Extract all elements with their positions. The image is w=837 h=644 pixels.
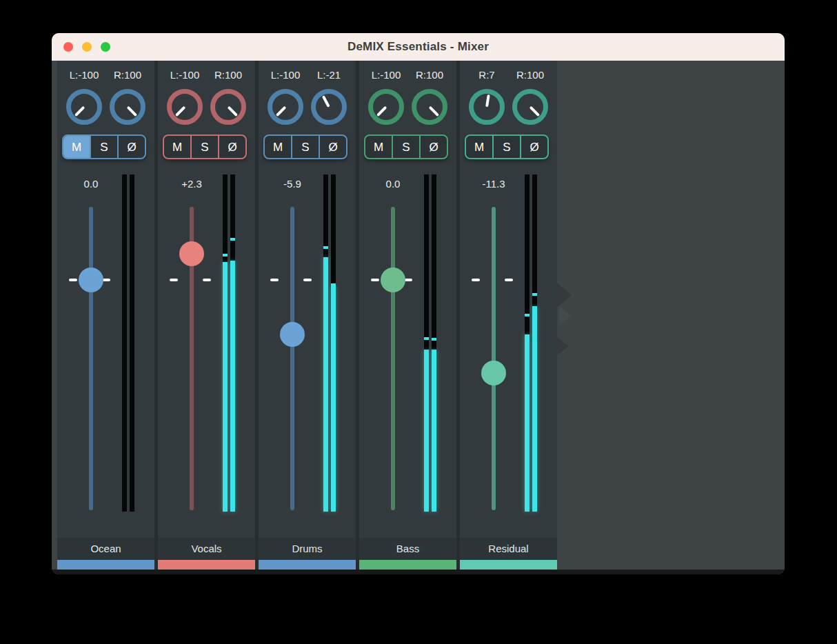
fader-track[interactable] — [290, 207, 294, 510]
meter-fill — [230, 261, 235, 512]
knob-pointer-icon — [175, 106, 186, 117]
solo-button[interactable]: S — [392, 136, 419, 158]
pan-knob-left-value: R:7 — [469, 69, 505, 81]
pan-knob-right-value: R:100 — [110, 69, 145, 81]
meter-peak-indicator — [525, 314, 530, 316]
level-meter-right — [331, 174, 336, 512]
level-meter-left — [323, 174, 328, 512]
unity-gain-tick-right — [203, 279, 211, 281]
solo-button[interactable]: S — [492, 136, 520, 158]
pan-knob-right[interactable] — [110, 89, 145, 125]
mute-button[interactable]: M — [164, 136, 190, 158]
fader-db-value: 0.0 — [57, 178, 125, 190]
knob-pointer-icon — [485, 94, 490, 107]
mixer-content: L:-100 R:100 M S Ø 0.0 — [52, 61, 785, 574]
meter-peak-indicator — [432, 338, 436, 341]
fader-thumb[interactable] — [481, 361, 506, 385]
channel-name: Drums — [259, 538, 356, 560]
fader-thumb[interactable] — [79, 268, 103, 292]
channel-color-bar — [57, 560, 154, 570]
pan-labels-row: L:-100 R:100 — [158, 69, 255, 81]
mute-button[interactable]: M — [63, 136, 90, 158]
fader-db-value: -11.3 — [460, 178, 527, 190]
pan-labels-row: L:-100 R:100 — [57, 69, 154, 81]
close-button[interactable] — [63, 42, 73, 52]
fullscreen-button[interactable] — [101, 42, 110, 52]
level-meter-right — [432, 174, 436, 512]
channel-button-group: M S Ø — [163, 134, 247, 159]
knob-pointer-icon — [530, 106, 541, 117]
pan-knob-left[interactable] — [469, 89, 505, 125]
knob-pointer-icon — [376, 106, 387, 117]
pan-knob-right-value: R:100 — [512, 69, 548, 81]
level-meter-left — [525, 174, 530, 512]
pan-knob-left-value: L:-100 — [66, 69, 102, 81]
pan-knob-right[interactable] — [311, 89, 347, 125]
window-title: DeMIX Essentials - Mixer — [347, 40, 489, 54]
pan-knobs-row — [460, 89, 557, 125]
pan-knob-left[interactable] — [167, 89, 203, 125]
fader-thumb[interactable] — [179, 241, 204, 266]
meter-peak-indicator — [223, 254, 228, 256]
fader-track[interactable] — [89, 207, 93, 510]
phase-button[interactable]: Ø — [218, 136, 245, 158]
meter-fill — [532, 306, 537, 512]
fader-track[interactable] — [391, 207, 395, 510]
channel-button-group: M S Ø — [465, 134, 549, 159]
mute-button[interactable]: M — [365, 136, 392, 158]
meter-peak-indicator — [323, 246, 328, 249]
pan-knob-right[interactable] — [412, 89, 447, 125]
solo-button[interactable]: S — [291, 136, 319, 158]
channel-button-group: M S Ø — [263, 134, 347, 159]
phase-button[interactable]: Ø — [319, 136, 346, 158]
fader-db-value: -5.9 — [259, 178, 326, 190]
fader-thumb[interactable] — [280, 322, 305, 347]
window-bottom-edge — [52, 570, 785, 574]
unity-gain-tick-right — [505, 279, 513, 281]
channel-color-bar — [259, 560, 356, 570]
channel-strip-ocean: L:-100 R:100 M S Ø 0.0 — [57, 61, 154, 570]
meter-peak-indicator — [331, 283, 336, 286]
phase-button[interactable]: Ø — [117, 136, 145, 158]
pan-knob-left[interactable] — [66, 89, 102, 125]
pan-knob-left-value: L:-100 — [268, 69, 303, 81]
channel-name: Residual — [460, 538, 557, 560]
pan-knob-right[interactable] — [210, 89, 246, 125]
window-titlebar: DeMIX Essentials - Mixer — [52, 33, 785, 61]
pan-knobs-row — [359, 89, 456, 125]
mute-button[interactable]: M — [466, 136, 492, 158]
traffic-lights — [63, 33, 110, 61]
unity-gain-tick-left — [170, 279, 178, 281]
pan-knob-right[interactable] — [512, 89, 548, 125]
meter-peak-indicator — [230, 238, 235, 241]
channel-color-bar — [460, 560, 557, 570]
level-meter-right — [130, 174, 134, 512]
knob-pointer-icon — [74, 106, 85, 117]
pan-knob-left-value: L:-100 — [368, 69, 404, 81]
pan-knob-left[interactable] — [368, 89, 404, 125]
fader-db-value: +2.3 — [158, 178, 225, 190]
phase-button[interactable]: Ø — [419, 136, 447, 158]
solo-button[interactable]: S — [90, 136, 117, 158]
pan-labels-row: L:-100 R:100 — [359, 69, 456, 81]
mute-button[interactable]: M — [265, 136, 291, 158]
fader-thumb[interactable] — [381, 268, 405, 292]
phase-button[interactable]: Ø — [520, 136, 547, 158]
channel-button-group: M S Ø — [62, 134, 146, 159]
pan-knobs-row — [259, 89, 356, 125]
pan-knob-left[interactable] — [268, 89, 303, 125]
knob-pointer-icon — [276, 106, 287, 117]
meter-fill — [432, 350, 436, 512]
fader-track[interactable] — [492, 207, 496, 510]
minimize-button[interactable] — [82, 42, 92, 52]
knob-pointer-icon — [127, 106, 138, 117]
unity-gain-tick-left — [472, 279, 480, 281]
solo-button[interactable]: S — [190, 136, 218, 158]
channel-strip-vocals: L:-100 R:100 M S Ø +2.3 — [158, 61, 255, 570]
pan-knobs-row — [57, 89, 154, 125]
fader-db-value: 0.0 — [359, 178, 427, 190]
channel-rack: L:-100 R:100 M S Ø 0.0 — [57, 61, 557, 570]
meter-fill — [323, 257, 328, 512]
pan-knob-right-value: R:100 — [210, 69, 246, 81]
unity-gain-tick-left — [69, 279, 77, 281]
